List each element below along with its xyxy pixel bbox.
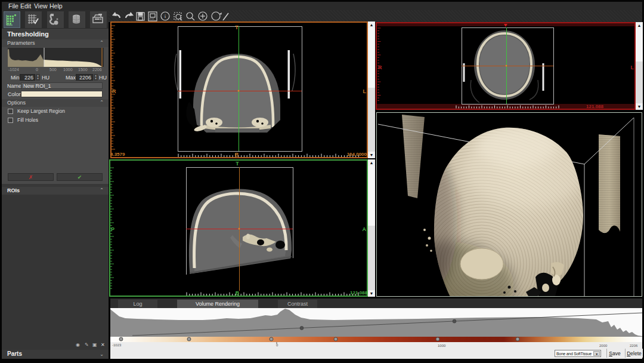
svg-text:2000: 2000 [599,344,608,347]
svg-text:R: R [112,88,116,94]
svg-text:i: i [165,13,166,19]
svg-text:T: T [236,161,239,167]
svg-text:1000: 1000 [438,344,446,347]
svg-text:4.3579: 4.3579 [110,152,125,157]
svg-text:P: P [111,226,114,232]
svg-text:L: L [363,88,367,94]
svg-text:R: R [378,64,382,70]
svg-text:T: T [235,24,239,30]
svg-text:B: B [236,290,240,296]
svg-text:A: A [363,226,367,232]
svg-text:B: B [235,152,239,158]
svg-text:-1023: -1023 [112,343,122,347]
svg-text:ANA: ANA [149,17,154,20]
svg-text:121.088: 121.088 [586,104,603,109]
svg-text:121.088: 121.088 [350,290,367,296]
svg-text:L: L [631,64,634,70]
svg-text:104.0000: 104.0000 [347,152,367,157]
svg-text:2206: 2206 [630,344,638,347]
